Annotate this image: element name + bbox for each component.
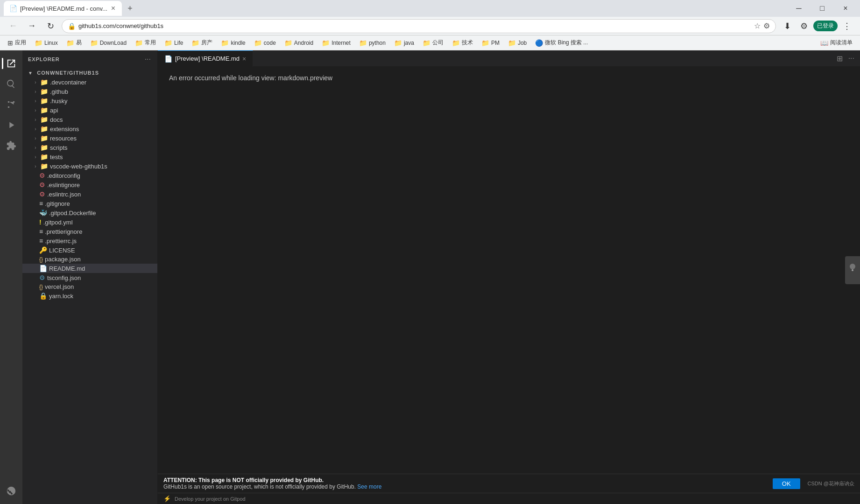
activity-bar [0, 50, 22, 504]
tree-item-label: yarn.lock [49, 293, 73, 300]
bookmark-android[interactable]: 📁 Android [281, 37, 317, 49]
tree-item-label: .eslintignore [47, 182, 80, 189]
tree-item-scripts[interactable]: › 📁 scripts [22, 143, 157, 152]
sidebar-more-button[interactable]: ··· [144, 54, 152, 64]
editor-tab-preview-readme[interactable]: 📄 [Preview] \README.md × [158, 50, 253, 67]
bookmark-java[interactable]: 📁 java [390, 37, 418, 49]
notification-detail-text: GitHub1s is an open source project, whic… [163, 483, 356, 490]
tree-item-yarn-lock[interactable]: 🔒 yarn.lock [22, 291, 157, 301]
notification-ok-button[interactable]: OK [773, 478, 800, 489]
chevron-right-icon: › [32, 162, 39, 170]
address-bar: ← → ↻ 🔒 github1s.com/conwnet/github1s ☆ … [0, 17, 860, 35]
bookmark-kindle[interactable]: 📁 kindle [217, 37, 249, 49]
bookmark-company[interactable]: 📁 公司 [419, 37, 447, 49]
bookmark-common[interactable]: 📁 常用 [131, 37, 160, 49]
bookmark-life[interactable]: 📁 Life [161, 37, 187, 49]
bookmark-linux[interactable]: 📁 Linux [31, 37, 62, 49]
profile-signed-in-label[interactable]: 已登录 [813, 21, 838, 31]
editor-more-button[interactable]: ··· [846, 53, 856, 63]
chevron-right-icon: › [32, 153, 39, 161]
company-folder-icon: 📁 [423, 39, 430, 47]
close-button[interactable]: × [835, 0, 856, 17]
forward-button[interactable]: → [24, 19, 39, 34]
gitpod-lightning-icon: ⚡ [163, 495, 171, 502]
gitpod-bar: ⚡ Develop your project on Gitpod [158, 493, 860, 504]
android-folder-icon: 📁 [284, 39, 292, 47]
scroll-indicator[interactable] [845, 256, 860, 284]
tree-item-label: api [50, 107, 58, 114]
split-editor-button[interactable]: ⊞ [835, 53, 845, 64]
tree-item-package-json[interactable]: {} package.json [22, 255, 157, 264]
extension-icon[interactable]: ⚙ [763, 21, 770, 30]
menu-button[interactable]: ⋮ [839, 19, 854, 34]
bookmark-reading-list[interactable]: 📖 阅读清单 [817, 37, 856, 49]
tree-item-readme[interactable]: 📄 README.md [22, 264, 157, 273]
activity-run[interactable] [2, 116, 21, 134]
tree-item-github[interactable]: › 📁 .github [22, 87, 157, 96]
url-bar[interactable]: 🔒 github1s.com/conwnet/github1s ☆ ⚙ [62, 19, 776, 33]
tree-item-vscode-web[interactable]: › 📁 vscode-web-github1s [22, 161, 157, 171]
bookmark-life-label: Life [174, 40, 183, 46]
bookmark-code[interactable]: 📁 code [250, 37, 280, 49]
bookmark-apps-label: 应用 [15, 39, 26, 47]
tree-item-gitpod-yml[interactable]: ! .gitpod.yml [22, 217, 157, 227]
tree-item-resources[interactable]: › 📁 resources [22, 133, 157, 143]
tree-item-tests[interactable]: › 📁 tests [22, 152, 157, 161]
tab-close-button[interactable]: × [110, 3, 116, 14]
chevron-right-icon: › [32, 78, 39, 86]
folder-icon: 📁 [40, 153, 48, 161]
vscode-main-area: EXPLORER ··· ▼ CONWNET/GITHUB1S › 📁 .dev… [0, 50, 860, 504]
chevron-right-icon: › [32, 106, 39, 114]
activity-git[interactable] [2, 95, 21, 114]
activity-remote[interactable] [2, 482, 21, 500]
activity-search[interactable] [2, 75, 21, 93]
tree-item-label: tsconfig.json [47, 274, 81, 281]
bookmark-python[interactable]: 📁 python [355, 37, 389, 49]
tree-item-api[interactable]: › 📁 api [22, 105, 157, 115]
bookmark-apps[interactable]: ⊞ 应用 [4, 37, 30, 49]
profile-settings-button[interactable]: ⚙ [797, 19, 811, 34]
bookmark-bing[interactable]: 🔵 微软 Bing 搜索 ... [531, 37, 592, 49]
bookmark-house[interactable]: 📁 房产 [188, 37, 216, 49]
tree-item-gitpod-dockerfile[interactable]: 🐳 .gitpod.Dockerfile [22, 208, 157, 217]
bookmark-download[interactable]: 📁 DownLoad [86, 37, 130, 49]
bookmark-internet[interactable]: 📁 Internet [318, 37, 354, 49]
common-folder-icon: 📁 [135, 39, 143, 47]
tree-item-label: .eslintrc.json [47, 191, 81, 198]
tree-item-eslintignore[interactable]: ⚙ .eslintignore [22, 180, 157, 189]
tree-item-devcontainer[interactable]: › 📁 .devcontainer [22, 77, 157, 87]
config-file-icon: ⚙ [39, 172, 45, 179]
bookmark-pm[interactable]: 📁 PM [478, 37, 503, 49]
notification-see-more-link[interactable]: See more [357, 483, 381, 490]
maximize-button[interactable]: □ [811, 0, 833, 17]
tree-item-extensions[interactable]: › 📁 extensions [22, 124, 157, 133]
bookmark-star-icon[interactable]: ☆ [754, 21, 761, 30]
bookmark-job[interactable]: 📁 Job [504, 37, 530, 49]
linux-folder-icon: 📁 [35, 39, 42, 47]
editor-tab-close-button[interactable]: × [242, 55, 246, 63]
new-tab-button[interactable]: + [124, 2, 136, 15]
tsconfig-icon: ⚙ [39, 274, 45, 281]
tree-item-docs[interactable]: › 📁 docs [22, 115, 157, 124]
tree-item-husky[interactable]: › 📁 .husky [22, 96, 157, 105]
downloads-button[interactable]: ⬇ [780, 19, 795, 34]
reload-button[interactable]: ↻ [43, 19, 58, 34]
back-button[interactable]: ← [6, 19, 21, 34]
tree-item-tsconfig[interactable]: ⚙ tsconfig.json [22, 273, 157, 282]
browser-tab-active[interactable]: 📄 [Preview] \README.md - conv... × [4, 1, 122, 16]
notification-bottom-right-text: CSDN @花神庙讷众 [808, 480, 854, 487]
tree-item-prettierignore[interactable]: ≡ .prettierignore [22, 227, 157, 236]
tree-item-editorconfig[interactable]: ⚙ .editorconfig [22, 171, 157, 180]
tree-item-license[interactable]: 🔑 LICENSE [22, 245, 157, 255]
activity-extensions[interactable] [2, 136, 21, 155]
tree-item-gitignore[interactable]: ≡ .gitignore [22, 199, 157, 208]
bookmark-yi[interactable]: 📁 易 [63, 37, 85, 49]
tree-item-prettierrc[interactable]: ≡ .prettierrc.js [22, 236, 157, 245]
activity-explorer[interactable] [2, 54, 21, 73]
tree-item-eslintrc[interactable]: ⚙ .eslintrc.json [22, 189, 157, 199]
preview-tab-icon: 📄 [164, 55, 172, 63]
minimize-button[interactable]: ─ [788, 0, 810, 17]
tree-item-vercel-json[interactable]: {} vercel.json [22, 282, 157, 291]
root-folder-label[interactable]: ▼ CONWNET/GITHUB1S [22, 68, 157, 77]
bookmark-tech[interactable]: 📁 技术 [448, 37, 477, 49]
